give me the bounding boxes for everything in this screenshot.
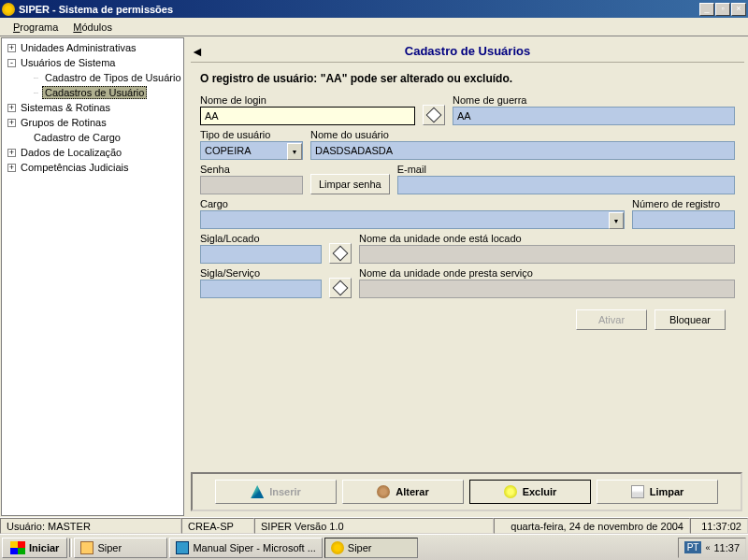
- label-unidade-locado: Nome da unidade onde está locado: [359, 233, 735, 244]
- clear-icon: [631, 485, 644, 498]
- branch-icon: ┈: [34, 89, 38, 97]
- status-org: CREA-SP: [181, 518, 254, 534]
- sigla-servico-input[interactable]: [200, 280, 322, 298]
- edit-icon: [377, 485, 390, 498]
- tray-expand-icon[interactable]: «: [705, 543, 710, 553]
- nome-guerra-input[interactable]: [453, 107, 735, 125]
- label-unidade-servico: Nome da unidade onde presta serviço: [359, 267, 735, 279]
- branch-icon: ┈: [34, 74, 38, 82]
- app-icon: [331, 541, 344, 554]
- window-title: SIPER - Sistema de permissões: [19, 4, 173, 15]
- system-tray: PT « 11:37: [678, 538, 746, 558]
- page-subtitle: O registro de usuário: "AA" pode ser alt…: [191, 72, 744, 85]
- taskbar: Iniciar Siper Manual Siper - Microsoft .…: [0, 534, 748, 560]
- diamond-icon: [333, 280, 349, 296]
- label-nome-guerra: Nome de guerra: [453, 94, 735, 106]
- label-sigla-locado: Sigla/Locado: [200, 233, 322, 244]
- content-panel: ◄ Cadastro de Usuários O registro de usu…: [185, 36, 748, 517]
- tray-clock[interactable]: 11:37: [713, 542, 740, 553]
- task-item-word[interactable]: Manual Siper - Microsoft ...: [169, 538, 322, 558]
- chevron-down-icon[interactable]: ▼: [287, 143, 302, 160]
- status-user: Usuário: MASTER: [0, 518, 181, 534]
- limpar-senha-button[interactable]: Limpar senha: [310, 174, 390, 194]
- tree-item-unidades[interactable]: +Unidades Administrativas: [2, 40, 183, 55]
- nome-usuario-input[interactable]: [310, 141, 735, 160]
- nav-tree[interactable]: +Unidades Administrativas -Usuários de S…: [1, 37, 184, 516]
- sigla-locado-input[interactable]: [200, 245, 322, 264]
- minimize-button[interactable]: _: [699, 3, 714, 16]
- tree-item-competencias[interactable]: +Competências Judiciais: [2, 160, 183, 175]
- diamond-icon: [426, 108, 442, 123]
- tree-item-grupos[interactable]: +Grupos de Rotinas: [2, 115, 183, 130]
- unidade-locado-input[interactable]: [359, 245, 735, 264]
- tree-item-sistemas[interactable]: +Sistemas & Rotinas: [2, 100, 183, 115]
- tree-item-cadastros-usuario[interactable]: ┈Cadastros de Usuário: [2, 85, 183, 100]
- bloquear-button[interactable]: Bloquear: [654, 309, 726, 330]
- expand-icon[interactable]: +: [7, 104, 16, 112]
- chevron-down-icon[interactable]: ▼: [609, 212, 624, 229]
- alterar-button[interactable]: Alterar: [342, 480, 464, 504]
- expand-icon[interactable]: +: [7, 119, 16, 127]
- start-button[interactable]: Iniciar: [2, 538, 67, 558]
- lookup-login-button[interactable]: [423, 105, 445, 125]
- lookup-locado-button[interactable]: [329, 243, 352, 264]
- menu-modulos[interactable]: Módulos: [65, 20, 120, 35]
- tree-item-cadastro-tipos[interactable]: ┈Cadastro de Tipos de Usuário: [2, 70, 183, 85]
- folder-icon: [80, 541, 94, 554]
- leaf-icon: [21, 134, 29, 142]
- expand-icon[interactable]: +: [7, 44, 16, 52]
- nome-login-input[interactable]: [200, 107, 415, 125]
- cargo-select[interactable]: [200, 210, 625, 229]
- task-item-siper-folder[interactable]: Siper: [74, 538, 167, 558]
- inserir-button[interactable]: Inserir: [215, 480, 337, 504]
- page-title: Cadastro de Usuários: [405, 44, 530, 58]
- excluir-button[interactable]: Excluir: [469, 480, 591, 504]
- numero-registro-input[interactable]: [632, 210, 735, 229]
- insert-icon: [251, 485, 264, 498]
- label-nome-login: Nome de login: [200, 94, 415, 106]
- label-email: E-mail: [397, 164, 735, 175]
- email-input[interactable]: [397, 176, 735, 194]
- unidade-servico-input[interactable]: [359, 280, 735, 298]
- taskbar-divider: [69, 538, 72, 557]
- tree-item-cadastro-cargo[interactable]: Cadastro de Cargo: [2, 130, 183, 145]
- app-icon: [2, 3, 15, 16]
- statusbar: Usuário: MASTER CREA-SP SIPER Versão 1.0…: [0, 517, 748, 534]
- delete-icon: [504, 485, 517, 498]
- language-indicator[interactable]: PT: [684, 541, 702, 553]
- footer-button-bar: Inserir Alterar Excluir Limpar: [191, 472, 742, 511]
- back-arrow-icon[interactable]: ◄: [191, 44, 204, 59]
- window-titlebar: SIPER - Sistema de permissões _ ▫ ×: [0, 0, 748, 18]
- menubar: Programa Módulos: [0, 18, 748, 36]
- label-cargo: Cargo: [200, 198, 625, 209]
- word-icon: [176, 541, 189, 554]
- expand-icon[interactable]: +: [7, 149, 16, 157]
- lookup-servico-button[interactable]: [329, 278, 352, 298]
- label-sigla-servico: Sigla/Serviço: [200, 267, 322, 279]
- main-area: +Unidades Administrativas -Usuários de S…: [0, 36, 748, 517]
- senha-input[interactable]: [200, 176, 303, 194]
- ativar-button[interactable]: Ativar: [576, 309, 647, 330]
- limpar-button[interactable]: Limpar: [597, 480, 718, 504]
- expand-icon[interactable]: +: [7, 164, 16, 172]
- maximize-button[interactable]: ▫: [715, 3, 730, 16]
- label-nome-usuario: Nome do usuário: [310, 129, 735, 140]
- diamond-icon: [333, 246, 349, 262]
- task-item-siper-app[interactable]: Siper: [324, 538, 418, 558]
- label-tipo-usuario: Tipo de usuário: [200, 129, 303, 140]
- label-numero-registro: Número de registro: [632, 198, 735, 209]
- status-date: quarta-feira, 24 de novembro de 2004: [494, 518, 690, 534]
- tree-item-usuarios[interactable]: -Usuários de Sistema: [2, 55, 183, 70]
- tree-item-dados-loc[interactable]: +Dados de Localização: [2, 145, 183, 160]
- label-senha: Senha: [200, 164, 303, 175]
- menu-programa[interactable]: Programa: [6, 20, 65, 35]
- status-version: SIPER Versão 1.0: [254, 518, 494, 534]
- status-time: 11:37:02: [690, 518, 748, 534]
- close-button[interactable]: ×: [731, 3, 746, 16]
- user-form: Nome de login Nome de guerra Tipo de usu…: [191, 94, 744, 330]
- collapse-icon[interactable]: -: [7, 59, 16, 67]
- windows-icon: [10, 541, 25, 554]
